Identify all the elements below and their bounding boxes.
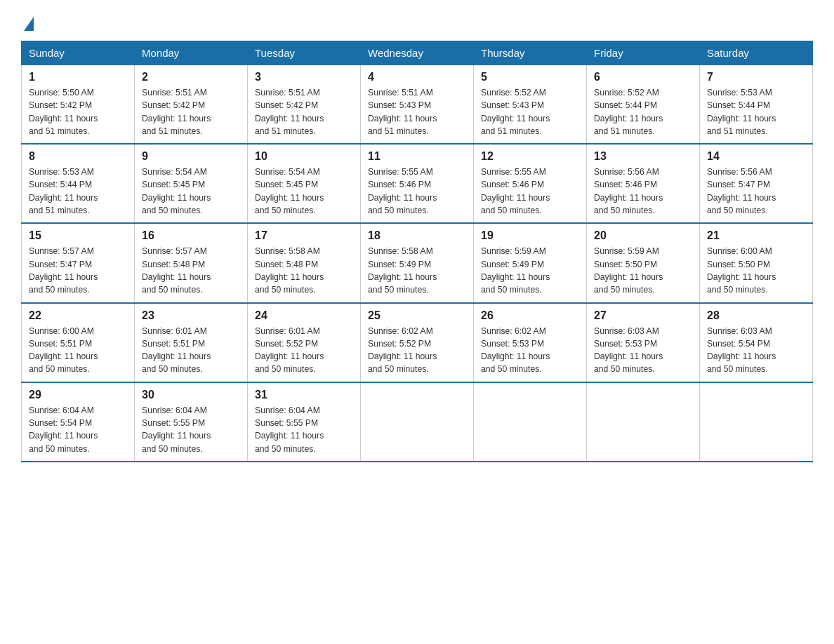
day-number: 15 bbox=[29, 229, 127, 242]
calendar-cell: 31 Sunrise: 6:04 AMSunset: 5:55 PMDaylig… bbox=[248, 382, 361, 462]
day-number: 2 bbox=[142, 71, 240, 83]
day-number: 20 bbox=[594, 229, 692, 242]
calendar-cell: 22 Sunrise: 6:00 AMSunset: 5:51 PMDaylig… bbox=[22, 303, 135, 382]
logo bbox=[21, 14, 34, 28]
day-number: 27 bbox=[594, 309, 692, 322]
week-row-2: 8 Sunrise: 5:53 AMSunset: 5:44 PMDayligh… bbox=[22, 144, 813, 223]
day-number: 21 bbox=[707, 229, 805, 242]
day-number: 5 bbox=[481, 71, 579, 83]
day-number: 28 bbox=[707, 309, 805, 322]
day-info: Sunrise: 6:04 AMSunset: 5:55 PMDaylight:… bbox=[142, 404, 240, 455]
day-number: 31 bbox=[255, 389, 353, 401]
day-number: 22 bbox=[29, 309, 127, 322]
day-number: 24 bbox=[255, 309, 353, 322]
calendar-cell: 14 Sunrise: 5:56 AMSunset: 5:47 PMDaylig… bbox=[700, 144, 813, 223]
calendar-cell: 3 Sunrise: 5:51 AMSunset: 5:42 PMDayligh… bbox=[248, 65, 361, 145]
day-number: 14 bbox=[707, 150, 805, 163]
day-info: Sunrise: 6:00 AMSunset: 5:50 PMDaylight:… bbox=[707, 245, 805, 296]
calendar-cell: 24 Sunrise: 6:01 AMSunset: 5:52 PMDaylig… bbox=[248, 303, 361, 382]
calendar-cell: 18 Sunrise: 5:58 AMSunset: 5:49 PMDaylig… bbox=[361, 223, 474, 302]
day-info: Sunrise: 6:03 AMSunset: 5:54 PMDaylight:… bbox=[707, 325, 805, 376]
calendar-cell: 2 Sunrise: 5:51 AMSunset: 5:42 PMDayligh… bbox=[135, 65, 248, 145]
day-number: 4 bbox=[368, 71, 466, 83]
day-info: Sunrise: 5:58 AMSunset: 5:48 PMDaylight:… bbox=[255, 245, 353, 296]
day-info: Sunrise: 5:54 AMSunset: 5:45 PMDaylight:… bbox=[255, 166, 353, 217]
day-number: 6 bbox=[594, 71, 692, 83]
day-number: 11 bbox=[368, 150, 466, 163]
day-info: Sunrise: 5:51 AMSunset: 5:42 PMDaylight:… bbox=[255, 86, 353, 137]
calendar-cell: 25 Sunrise: 6:02 AMSunset: 5:52 PMDaylig… bbox=[361, 303, 474, 382]
day-info: Sunrise: 5:51 AMSunset: 5:43 PMDaylight:… bbox=[368, 86, 466, 137]
calendar-cell: 26 Sunrise: 6:02 AMSunset: 5:53 PMDaylig… bbox=[474, 303, 587, 382]
calendar-cell bbox=[474, 382, 587, 462]
day-info: Sunrise: 5:52 AMSunset: 5:43 PMDaylight:… bbox=[481, 86, 579, 137]
calendar-cell: 5 Sunrise: 5:52 AMSunset: 5:43 PMDayligh… bbox=[474, 65, 587, 145]
day-info: Sunrise: 6:04 AMSunset: 5:55 PMDaylight:… bbox=[255, 404, 353, 455]
day-info: Sunrise: 6:00 AMSunset: 5:51 PMDaylight:… bbox=[29, 325, 127, 376]
week-row-5: 29 Sunrise: 6:04 AMSunset: 5:54 PMDaylig… bbox=[22, 382, 813, 462]
day-info: Sunrise: 5:58 AMSunset: 5:49 PMDaylight:… bbox=[368, 245, 466, 296]
calendar-cell: 8 Sunrise: 5:53 AMSunset: 5:44 PMDayligh… bbox=[22, 144, 135, 223]
day-info: Sunrise: 5:57 AMSunset: 5:48 PMDaylight:… bbox=[142, 245, 240, 296]
day-number: 1 bbox=[29, 71, 127, 83]
day-number: 3 bbox=[255, 71, 353, 83]
header-sunday: Sunday bbox=[22, 41, 135, 65]
day-number: 12 bbox=[481, 150, 579, 163]
header-row: SundayMondayTuesdayWednesdayThursdayFrid… bbox=[22, 41, 813, 65]
day-info: Sunrise: 6:01 AMSunset: 5:52 PMDaylight:… bbox=[255, 325, 353, 376]
week-row-3: 15 Sunrise: 5:57 AMSunset: 5:47 PMDaylig… bbox=[22, 223, 813, 302]
day-number: 23 bbox=[142, 309, 240, 322]
day-number: 30 bbox=[142, 389, 240, 401]
day-number: 7 bbox=[707, 71, 805, 83]
calendar-table: SundayMondayTuesdayWednesdayThursdayFrid… bbox=[21, 41, 813, 462]
calendar-cell: 12 Sunrise: 5:55 AMSunset: 5:46 PMDaylig… bbox=[474, 144, 587, 223]
calendar-cell: 7 Sunrise: 5:53 AMSunset: 5:44 PMDayligh… bbox=[700, 65, 813, 145]
calendar-cell: 9 Sunrise: 5:54 AMSunset: 5:45 PMDayligh… bbox=[135, 144, 248, 223]
calendar-cell: 23 Sunrise: 6:01 AMSunset: 5:51 PMDaylig… bbox=[135, 303, 248, 382]
day-info: Sunrise: 5:55 AMSunset: 5:46 PMDaylight:… bbox=[481, 166, 579, 217]
header-wednesday: Wednesday bbox=[361, 41, 474, 65]
day-info: Sunrise: 5:54 AMSunset: 5:45 PMDaylight:… bbox=[142, 166, 240, 217]
day-info: Sunrise: 5:57 AMSunset: 5:47 PMDaylight:… bbox=[29, 245, 127, 296]
day-info: Sunrise: 5:55 AMSunset: 5:46 PMDaylight:… bbox=[368, 166, 466, 217]
calendar-cell: 1 Sunrise: 5:50 AMSunset: 5:42 PMDayligh… bbox=[22, 65, 135, 145]
calendar-cell: 13 Sunrise: 5:56 AMSunset: 5:46 PMDaylig… bbox=[587, 144, 700, 223]
day-number: 8 bbox=[29, 150, 127, 163]
header-tuesday: Tuesday bbox=[248, 41, 361, 65]
calendar-cell: 17 Sunrise: 5:58 AMSunset: 5:48 PMDaylig… bbox=[248, 223, 361, 302]
day-number: 25 bbox=[368, 309, 466, 322]
calendar-cell: 19 Sunrise: 5:59 AMSunset: 5:49 PMDaylig… bbox=[474, 223, 587, 302]
day-info: Sunrise: 5:53 AMSunset: 5:44 PMDaylight:… bbox=[707, 86, 805, 137]
week-row-1: 1 Sunrise: 5:50 AMSunset: 5:42 PMDayligh… bbox=[22, 65, 813, 145]
day-info: Sunrise: 5:52 AMSunset: 5:44 PMDaylight:… bbox=[594, 86, 692, 137]
calendar-cell: 27 Sunrise: 6:03 AMSunset: 5:53 PMDaylig… bbox=[587, 303, 700, 382]
calendar-cell: 4 Sunrise: 5:51 AMSunset: 5:43 PMDayligh… bbox=[361, 65, 474, 145]
calendar-cell: 11 Sunrise: 5:55 AMSunset: 5:46 PMDaylig… bbox=[361, 144, 474, 223]
logo-triangle-icon bbox=[24, 17, 34, 31]
header-thursday: Thursday bbox=[474, 41, 587, 65]
calendar-cell: 16 Sunrise: 5:57 AMSunset: 5:48 PMDaylig… bbox=[135, 223, 248, 302]
calendar-cell: 20 Sunrise: 5:59 AMSunset: 5:50 PMDaylig… bbox=[587, 223, 700, 302]
day-number: 16 bbox=[142, 229, 240, 242]
day-info: Sunrise: 5:59 AMSunset: 5:49 PMDaylight:… bbox=[481, 245, 579, 296]
header-friday: Friday bbox=[587, 41, 700, 65]
day-number: 26 bbox=[481, 309, 579, 322]
day-number: 18 bbox=[368, 229, 466, 242]
day-info: Sunrise: 6:03 AMSunset: 5:53 PMDaylight:… bbox=[594, 325, 692, 376]
calendar-cell: 21 Sunrise: 6:00 AMSunset: 5:50 PMDaylig… bbox=[700, 223, 813, 302]
day-info: Sunrise: 6:01 AMSunset: 5:51 PMDaylight:… bbox=[142, 325, 240, 376]
day-info: Sunrise: 6:02 AMSunset: 5:53 PMDaylight:… bbox=[481, 325, 579, 376]
day-number: 29 bbox=[29, 389, 127, 401]
week-row-4: 22 Sunrise: 6:00 AMSunset: 5:51 PMDaylig… bbox=[22, 303, 813, 382]
day-info: Sunrise: 5:50 AMSunset: 5:42 PMDaylight:… bbox=[29, 86, 127, 137]
day-number: 9 bbox=[142, 150, 240, 163]
day-number: 17 bbox=[255, 229, 353, 242]
calendar-cell: 28 Sunrise: 6:03 AMSunset: 5:54 PMDaylig… bbox=[700, 303, 813, 382]
calendar-cell: 29 Sunrise: 6:04 AMSunset: 5:54 PMDaylig… bbox=[22, 382, 135, 462]
calendar-cell bbox=[700, 382, 813, 462]
day-info: Sunrise: 5:56 AMSunset: 5:46 PMDaylight:… bbox=[594, 166, 692, 217]
day-info: Sunrise: 5:56 AMSunset: 5:47 PMDaylight:… bbox=[707, 166, 805, 217]
page-header bbox=[21, 14, 813, 28]
calendar-cell bbox=[361, 382, 474, 462]
day-info: Sunrise: 6:02 AMSunset: 5:52 PMDaylight:… bbox=[368, 325, 466, 376]
